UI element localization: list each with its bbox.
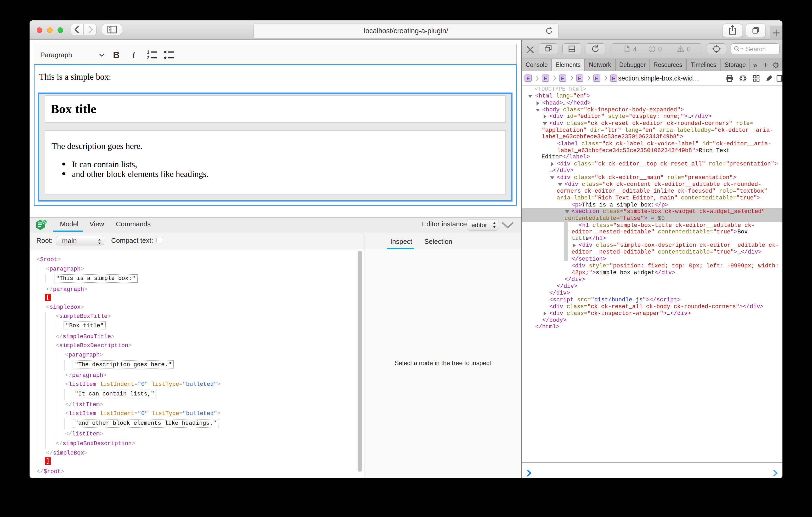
svg-text:5: 5: [44, 220, 46, 224]
svg-text:1: 1: [147, 50, 149, 54]
svg-text:2: 2: [147, 56, 149, 60]
